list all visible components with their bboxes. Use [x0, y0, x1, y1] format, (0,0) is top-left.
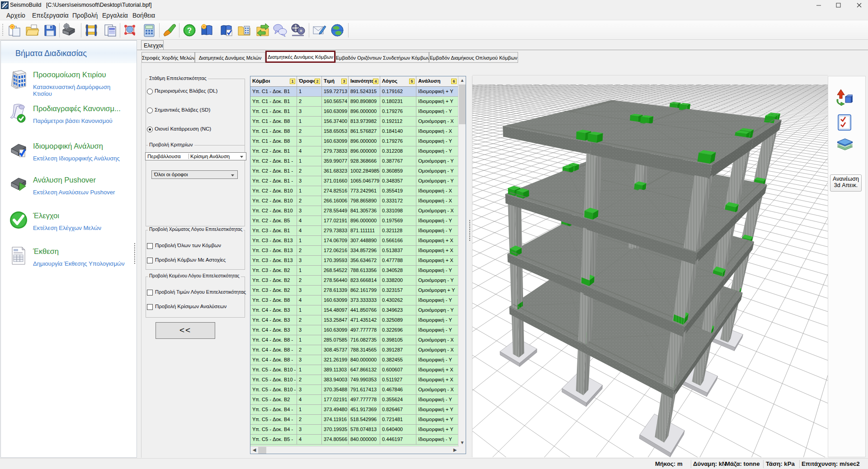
svg-text:?: ? — [187, 26, 192, 35]
